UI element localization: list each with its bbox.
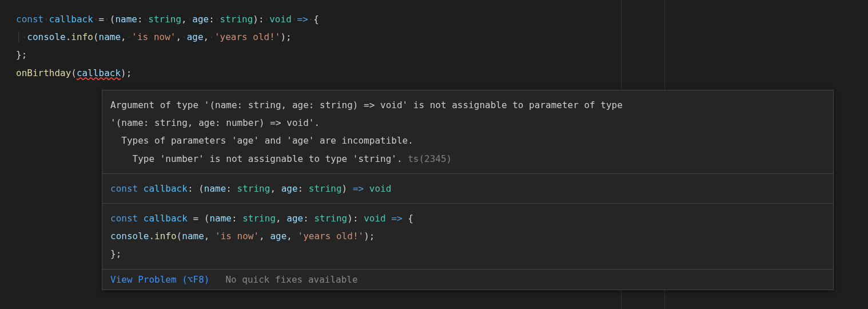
code-line-4: onBirthday(callback); xyxy=(16,64,868,82)
code-line-3: }; xyxy=(16,46,868,64)
hover-footer: View Problem (⌥F8) No quick fixes availa… xyxy=(102,270,833,290)
code-line-2: │·console.info(name,·'is now',·age,·'yea… xyxy=(16,28,868,46)
view-problem-link[interactable]: View Problem (⌥F8) xyxy=(110,274,209,285)
hover-error-message: Argument of type '(name: string, age: st… xyxy=(102,90,833,174)
hover-definition: const callback = (name: string, age: str… xyxy=(102,204,833,270)
code-line-1: const·callback·=·(name:·string,·age:·str… xyxy=(16,10,868,28)
hover-signature: const callback: (name: string, age: stri… xyxy=(102,174,833,204)
code-editor[interactable]: const·callback·=·(name:·string,·age:·str… xyxy=(0,0,868,82)
no-quick-fixes-label: No quick fixes available xyxy=(225,274,357,285)
hover-tooltip: Argument of type '(name: string, age: st… xyxy=(102,90,834,290)
error-squiggle: callback xyxy=(77,68,121,78)
